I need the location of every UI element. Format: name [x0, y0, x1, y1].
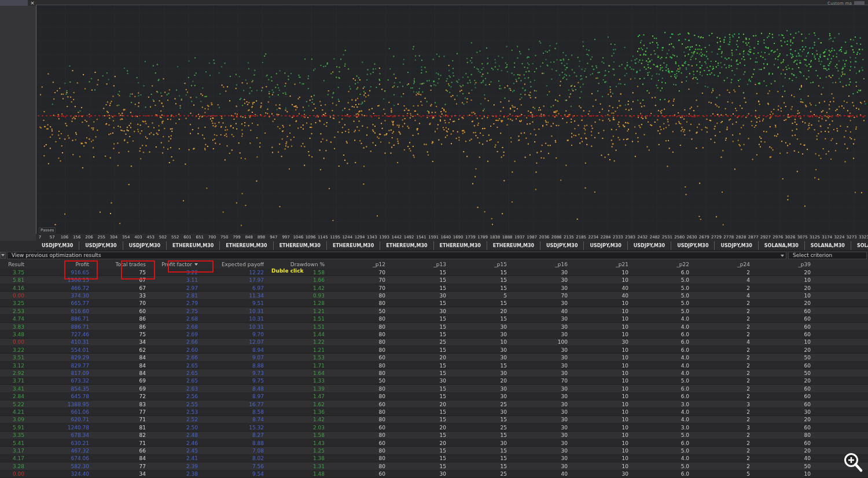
cell-p24: 2 [693, 464, 753, 469]
table-row[interactable]: 3.51829.29842.669.071.5360203030104.0250 [0, 354, 868, 361]
symbol-tab[interactable]: ETHEREUM,M30 [274, 241, 327, 250]
cell-profit: 674.06 [28, 455, 93, 461]
symbol-tab[interactable]: USDJPY,M30 [79, 241, 123, 250]
symbol-tab[interactable]: USDJPY,M30 [628, 241, 671, 250]
select-criterion-dropdown[interactable]: Select criterion [788, 252, 867, 259]
symbol-tab[interactable]: ETHEREUM,M30 [327, 241, 380, 250]
column-header-p21[interactable]: _p21 [571, 262, 632, 267]
table-row[interactable]: 3.28582.30772.397.561.3180151530105.0250 [0, 462, 868, 470]
cell-payoff: 7.08 [201, 448, 267, 454]
table-row[interactable]: 3.09620.71712.528.741.4280151530104.0220 [0, 416, 868, 424]
column-header-profit[interactable]: Profit [28, 262, 93, 267]
column-header-p12[interactable]: _p12 [328, 262, 389, 267]
symbol-tab[interactable]: USDJPY,M30 [36, 241, 79, 250]
cell-dd: 1.21 [267, 308, 328, 314]
cell-p12: 60 [328, 355, 389, 361]
cell-payoff: 8.27 [201, 432, 267, 438]
symbol-tab[interactable]: USDJPY,M30 [715, 241, 758, 250]
table-row[interactable]: 3.12829.77842.658.881.7180151530104.0260 [0, 362, 868, 369]
cell-pf: 2.81 [149, 293, 201, 299]
x-tick-label: 1195 [330, 235, 340, 240]
symbol-tab[interactable]: ETHEREUM,M30 [220, 241, 273, 250]
splitter-chevron-icon[interactable] [0, 252, 6, 259]
table-row[interactable]: 3.48727.46752.699.701.4480153030106.0260 [0, 330, 868, 338]
cell-result: 3.75 [0, 270, 28, 275]
column-header-expected-payoff[interactable]: Expected payoff [201, 262, 267, 267]
symbol-tab[interactable]: ETHEREUM,M30 [434, 241, 487, 250]
chevron-down-icon [781, 255, 784, 257]
view-previous-results-dropdown[interactable]: View previous optimization results [7, 252, 786, 259]
table-row[interactable]: 3.25665.77702.799.511.2880151530105.0220 [0, 300, 868, 307]
table-row[interactable]: 5.811306.15673.1117.971.6670151530105.04… [0, 276, 868, 284]
x-tick-label: 651 [196, 235, 204, 240]
table-row[interactable]: 3.35678.34822.488.271.5880151530105.0280 [0, 432, 868, 439]
x-tick-label: 1690 [453, 235, 464, 240]
symbol-tab[interactable]: SOLANA,M30 [805, 241, 851, 250]
symbol-tab[interactable]: USDJPY,M30 [123, 241, 167, 250]
cell-payoff: 17.97 [201, 277, 267, 283]
table-row[interactable]: 5.221388.95832.5516.771.6260202530103.03… [0, 400, 868, 408]
table-row[interactable]: 4.21661.06772.538.581.3680153030104.0230 [0, 408, 868, 416]
symbol-tab[interactable]: ETHEREUM,M30 [380, 241, 433, 250]
cell-p13: 15 [389, 332, 450, 337]
x-tick-label: 1888 [502, 235, 513, 240]
column-header-total-trades[interactable]: Total trades [93, 262, 149, 267]
optimization-scatter-chart[interactable] [36, 5, 867, 233]
cell-p12: 50 [328, 378, 389, 384]
x-tick-label: 3273 [847, 235, 857, 240]
cell-p12: 80 [328, 300, 389, 306]
cell-p22: 6.0 [632, 332, 693, 337]
column-header-result[interactable]: Result [0, 262, 28, 267]
cell-p13: 15 [389, 370, 450, 376]
column-header-drawdown[interactable]: Drawdown % [267, 262, 328, 267]
table-row[interactable]: 4.16466.72672.976.971.4270151530405.0220 [0, 284, 868, 292]
symbol-tab[interactable]: ETHEREUM,M30 [167, 241, 220, 250]
table-row[interactable]: 3.71673.32692.659.751.3350302070105.0220 [0, 377, 868, 385]
table-row[interactable]: 5.911240.78812.5015.322.0360202530103.03… [0, 424, 868, 431]
x-tick-label: 1393 [379, 235, 389, 240]
cell-trades: 67 [93, 285, 149, 291]
cell-pf: 2.50 [149, 425, 201, 431]
cell-payoff: 9.75 [201, 378, 267, 384]
symbol-tab[interactable]: USDJPY,M30 [540, 241, 584, 250]
column-header-p16[interactable]: _p16 [510, 262, 571, 267]
symbol-tab[interactable]: USDJPY,M30 [584, 241, 627, 250]
column-header-p13[interactable]: _p13 [389, 262, 450, 267]
column-header-p24[interactable]: _p24 [693, 262, 753, 267]
cell-p24: 2 [693, 386, 753, 392]
table-row[interactable]: 3.22554.01622.608.941.2180153030106.0220 [0, 346, 868, 354]
table-row[interactable]: 2.92817.09842.659.731.6480153030104.0250 [0, 369, 868, 377]
table-row[interactable]: 4.74886.71862.6810.311.5180151530104.026… [0, 315, 868, 322]
x-tick-label: 2333 [613, 235, 623, 240]
cell-p16: 30 [510, 300, 571, 306]
table-row[interactable]: 3.75916.65753.2212.221.5870151530106.022… [0, 269, 868, 276]
table-row[interactable]: 2.84645.78722.568.971.4780153030106.0260 [0, 393, 868, 400]
cell-p12: 80 [328, 324, 389, 330]
cell-profit: 727.46 [28, 332, 93, 337]
cell-trades: 34 [93, 471, 149, 477]
table-row[interactable]: 5.41630.21712.468.881.4360203030106.0260 [0, 439, 868, 447]
cell-p16: 30 [510, 464, 571, 469]
table-row[interactable]: 0.00374.30332.8111.340.938030570405.0410 [0, 292, 868, 299]
cell-result: 3.28 [0, 464, 28, 469]
column-header-p22[interactable]: _p22 [632, 262, 693, 267]
column-header-p15[interactable]: _p15 [450, 262, 510, 267]
symbol-tab[interactable]: SOLANA,M30 [759, 241, 805, 250]
table-row[interactable]: 2.53616.60602.7510.311.2150302040105.026… [0, 307, 868, 315]
column-header-profit-factor[interactable]: Profit factor [149, 262, 201, 267]
symbol-tab[interactable]: USDJPY,M30 [671, 241, 715, 250]
table-row[interactable]: 0.00324.40342.389.541.4860302540306.0510 [0, 470, 868, 478]
table-row[interactable]: 0.00410.31342.6612.071.22802510100306.04… [0, 339, 868, 346]
table-row[interactable]: 3.17467.32662.457.081.2580151530105.0220 [0, 447, 868, 454]
table-row[interactable]: 3.83886.71862.6810.311.5180153030104.026… [0, 323, 868, 330]
cell-p15: 15 [450, 285, 510, 291]
column-header-p39[interactable]: _p39 [753, 262, 814, 267]
table-row[interactable]: 4.17674.06842.418.021.3880151530104.0240 [0, 455, 868, 462]
zoom-in-magnifier-icon[interactable] [842, 451, 865, 474]
x-tick-label: 3075 [797, 235, 808, 240]
x-tick-label: 3026 [785, 235, 796, 240]
symbol-tab[interactable]: SOLANA,M30 [851, 241, 868, 250]
optimization-graph-panel[interactable]: Passes [36, 5, 868, 234]
table-row[interactable]: 3.41854.35692.638.481.3980153030106.0260 [0, 385, 868, 392]
symbol-tab[interactable]: ETHEREUM,M30 [487, 241, 540, 250]
